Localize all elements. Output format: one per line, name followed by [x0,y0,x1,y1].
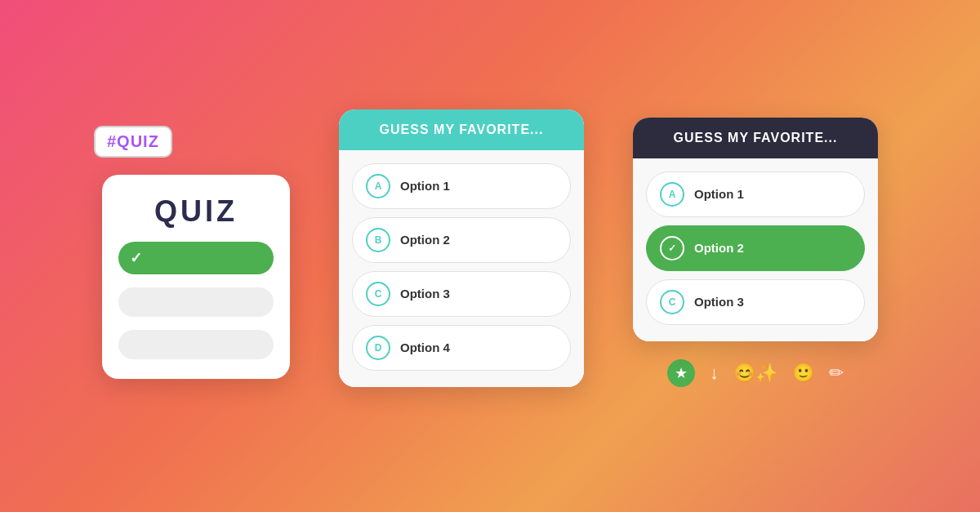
card3-header: GUESS MY FAVORITE... [633,118,878,158]
toolbar: ★ ↓ 😊✨ 🙂 ✏ [661,359,850,387]
emoji-sparkle-icon[interactable]: 😊✨ [733,363,777,384]
option-circle: B [366,228,390,252]
card3-header-text: GUESS MY FAVORITE... [674,131,838,145]
pencil-icon[interactable]: ✏ [829,363,844,384]
card2-option-row[interactable]: A Option 1 [352,163,571,209]
card3-option-row[interactable]: A Option 1 [646,171,865,217]
card2-option-row[interactable]: B Option 2 [352,217,571,263]
option-circle: D [366,336,390,360]
card2-body: A Option 1 B Option 2 C Option 3 D Optio… [339,150,584,387]
check-icon: ✓ [130,249,142,267]
card3-body: A Option 1 ✓ Option 2 C Option 3 [633,158,878,341]
card2-option-row[interactable]: C Option 3 [352,271,571,317]
quiz-card-2: GUESS MY FAVORITE... A Option 1 B Option… [339,109,584,387]
quiz-card-3: GUESS MY FAVORITE... A Option 1 ✓ Option… [633,118,878,341]
card2-header-text: GUESS MY FAVORITE... [380,122,544,136]
option-label: Option 3 [694,295,744,309]
card2-option-row[interactable]: D Option 4 [352,325,571,371]
download-icon[interactable]: ↓ [710,363,719,384]
option-circle: A [660,182,684,207]
card2-header: GUESS MY FAVORITE... [339,109,584,150]
quiz-option-selected[interactable]: ✓ [118,242,274,274]
option-label: Option 2 [694,241,744,255]
option-label: Option 4 [400,341,450,354]
option-circle: C [660,290,684,314]
option-label: Option 3 [400,287,450,301]
option-circle: C [366,282,390,306]
quiz-option-3[interactable] [118,330,274,359]
quiz-option-2[interactable] [118,287,274,317]
quiz-hashtag-badge: #QUIZ [94,126,172,158]
option-label: Option 2 [400,233,450,247]
quiz-card-1: QUIZ ✓ [102,175,290,379]
option-circle-selected: ✓ [660,236,684,260]
option-label: Option 1 [400,179,450,193]
star-icon-button[interactable]: ★ [667,359,695,387]
option-label: Option 1 [694,187,744,201]
quiz-title: QUIZ [154,194,238,229]
card3-option-row[interactable]: C Option 3 [646,279,865,325]
hashtag-text: #QUIZ [107,132,159,150]
card3-option-row[interactable]: ✓ Option 2 [646,225,865,271]
option-circle: A [366,174,390,198]
emoji-icon[interactable]: 🙂 [792,363,814,384]
